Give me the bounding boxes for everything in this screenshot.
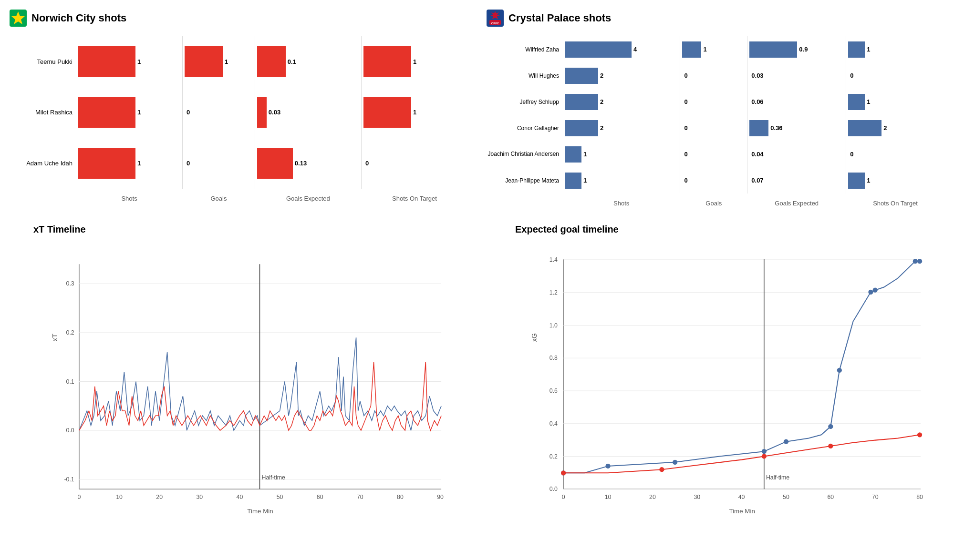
svg-text:40: 40 (237, 494, 243, 500)
svg-text:CPFC: CPFC (491, 22, 499, 25)
palace-player-label-4: Joachim Christian Andersen (487, 143, 559, 165)
svg-text:70: 70 (872, 494, 879, 500)
norwich-player-label-2: Adam Uche Idah (10, 142, 73, 185)
norwich-title: Norwich City shots (31, 12, 126, 24)
palace-player-label-2: Jeffrey Schlupp (487, 91, 559, 113)
xt-y-label: xT (51, 334, 59, 341)
xg-timeline-chart: Expected goal timeline xG 0.0 0.2 0.4 0.… (477, 210, 954, 560)
svg-text:30: 30 (694, 494, 700, 500)
norwich-chart-title: Norwich City shots (10, 10, 467, 27)
xt-x-label: Time Min (247, 508, 273, 515)
xt-timeline-chart: xT Timeline xT -0.1 0.0 0.1 0.2 0.3 0 10 (0, 210, 477, 560)
xg-x-label: Time Min (729, 508, 755, 515)
svg-text:80: 80 (397, 494, 404, 500)
svg-text:0.8: 0.8 (550, 355, 558, 361)
svg-point-69 (659, 467, 664, 472)
svg-point-66 (913, 259, 918, 264)
svg-text:0: 0 (78, 494, 81, 500)
svg-text:0.1: 0.1 (66, 378, 74, 385)
svg-point-64 (868, 290, 873, 295)
xg-y-label: xG (530, 333, 538, 342)
palace-player-label-3: Conor Gallagher (487, 117, 559, 139)
svg-text:70: 70 (357, 494, 363, 500)
svg-text:90: 90 (437, 494, 444, 500)
norwich-player-label-1: Milot Rashica (10, 91, 73, 134)
svg-text:0.0: 0.0 (550, 486, 558, 492)
svg-point-61 (784, 439, 788, 444)
svg-text:1.0: 1.0 (550, 322, 558, 329)
svg-text:50: 50 (783, 494, 789, 500)
palace-chart-title: CPFC Crystal Palace shots (487, 10, 944, 27)
norwich-player-label-0: Teemu Pukki (10, 40, 73, 83)
palace-player-label-0: Wilfried Zaha (487, 39, 559, 61)
svg-point-63 (837, 368, 842, 373)
svg-point-59 (673, 460, 677, 465)
palace-shot-chart: CPFC Crystal Palace shots Wilfried Zaha … (477, 0, 954, 210)
svg-text:Half-time: Half-time (766, 474, 789, 481)
svg-point-65 (873, 288, 878, 293)
svg-text:0.6: 0.6 (550, 387, 558, 394)
xg-svg: xG 0.0 0.2 0.4 0.6 0.8 1.0 1.2 1.4 (515, 240, 944, 523)
svg-text:20: 20 (156, 494, 163, 500)
svg-text:0: 0 (562, 494, 565, 500)
svg-text:10: 10 (116, 494, 123, 500)
svg-text:60: 60 (317, 494, 323, 500)
xg-title: Expected goal timeline (515, 224, 944, 235)
svg-text:50: 50 (277, 494, 283, 500)
svg-text:0.2: 0.2 (66, 329, 74, 336)
svg-text:10: 10 (605, 494, 612, 500)
xt-title: xT Timeline (33, 224, 467, 235)
svg-text:0.4: 0.4 (550, 420, 558, 427)
palace-logo: CPFC (487, 10, 504, 27)
svg-text:60: 60 (827, 494, 834, 500)
svg-point-68 (561, 470, 566, 475)
svg-point-58 (605, 464, 610, 468)
svg-text:0.2: 0.2 (550, 453, 558, 460)
svg-text:0.0: 0.0 (66, 427, 74, 434)
svg-text:30: 30 (196, 494, 203, 500)
svg-point-72 (917, 432, 922, 437)
svg-text:40: 40 (738, 494, 745, 500)
xt-svg: xT -0.1 0.0 0.1 0.2 0.3 0 10 20 30 40 (33, 240, 467, 523)
svg-point-71 (828, 444, 833, 448)
palace-title: Crystal Palace shots (508, 12, 611, 24)
svg-text:1.4: 1.4 (550, 256, 558, 263)
palace-player-label-5: Jean-Philippe Mateta (487, 170, 559, 192)
svg-text:20: 20 (649, 494, 656, 500)
svg-point-67 (917, 259, 922, 264)
palace-player-label-1: Will Hughes (487, 65, 559, 87)
svg-point-62 (828, 424, 833, 429)
svg-point-60 (762, 449, 767, 454)
svg-text:Half-time: Half-time (262, 474, 285, 481)
xt-palace-line (79, 337, 441, 430)
svg-text:-0.1: -0.1 (64, 476, 74, 483)
norwich-logo (10, 10, 27, 27)
svg-text:80: 80 (916, 494, 923, 500)
svg-text:0.3: 0.3 (66, 280, 74, 287)
svg-text:1.2: 1.2 (550, 289, 558, 296)
norwich-shot-chart: Norwich City shots Teemu Pukki Milot Ras… (0, 0, 477, 210)
svg-point-70 (762, 454, 767, 458)
